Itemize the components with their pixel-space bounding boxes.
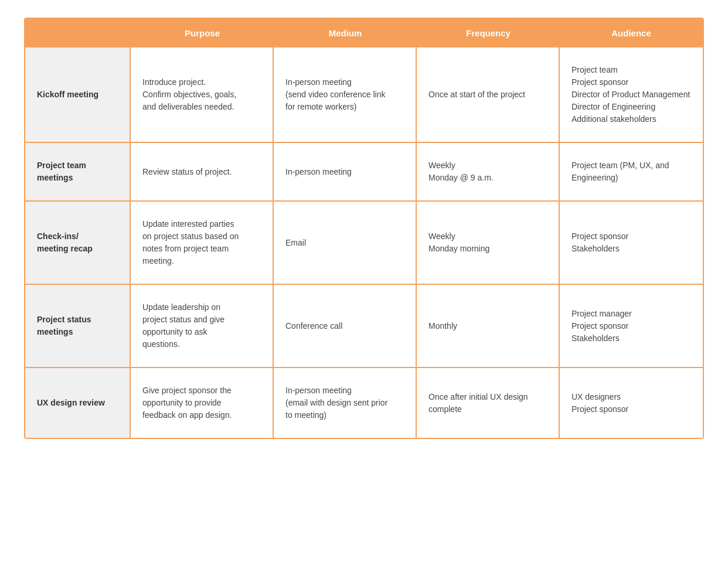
row-0-audience: Project team Project sponsor Director of… <box>560 47 703 142</box>
row-4-purpose: Give project sponsor the opportunity to … <box>131 368 274 438</box>
row-2-purpose: Update interested parties on project sta… <box>131 202 274 284</box>
row-4-audience: UX designers Project sponsor <box>560 368 703 438</box>
table-header: Purpose Medium Frequency Audience <box>25 19 703 47</box>
row-3-audience: Project manager Project sponsor Stakehol… <box>560 285 703 367</box>
table-row: UX design reviewGive project sponsor the… <box>25 368 703 438</box>
row-2-audience: Project sponsor Stakeholders <box>560 202 703 284</box>
header-medium: Medium <box>274 19 417 47</box>
table-row: Kickoff meetingIntroduce project. Confir… <box>25 47 703 143</box>
table-row: Check-ins/ meeting recapUpdate intereste… <box>25 202 703 285</box>
row-3-name: Project status meetings <box>25 285 131 367</box>
row-1-name: Project team meetings <box>25 143 131 200</box>
row-3-purpose: Update leadership on project status and … <box>131 285 274 367</box>
header-purpose: Purpose <box>131 19 274 47</box>
row-1-audience: Project team (PM, UX, and Engineering) <box>560 143 703 200</box>
header-frequency: Frequency <box>417 19 560 47</box>
header-audience: Audience <box>560 19 703 47</box>
table-body: Kickoff meetingIntroduce project. Confir… <box>25 47 703 438</box>
row-2-name: Check-ins/ meeting recap <box>25 202 131 284</box>
row-0-medium: In-person meeting (send video conference… <box>274 47 417 142</box>
row-3-medium: Conference call <box>274 285 417 367</box>
row-4-medium: In-person meeting (email with design sen… <box>274 368 417 438</box>
row-1-medium: In-person meeting <box>274 143 417 200</box>
row-0-purpose: Introduce project. Confirm objectives, g… <box>131 47 274 142</box>
row-1-frequency: Weekly Monday @ 9 a.m. <box>417 143 560 200</box>
row-1-purpose: Review status of project. <box>131 143 274 200</box>
row-2-medium: Email <box>274 202 417 284</box>
row-4-frequency: Once after initial UX design complete <box>417 368 560 438</box>
row-2-frequency: Weekly Monday morning <box>417 202 560 284</box>
row-0-frequency: Once at start of the project <box>417 47 560 142</box>
communication-plan-table: Purpose Medium Frequency Audience Kickof… <box>24 18 704 439</box>
header-col0 <box>25 19 131 47</box>
table-row: Project team meetingsReview status of pr… <box>25 143 703 202</box>
row-3-frequency: Monthly <box>417 285 560 367</box>
table-row: Project status meetingsUpdate leadership… <box>25 285 703 368</box>
row-0-name: Kickoff meeting <box>25 47 131 142</box>
row-4-name: UX design review <box>25 368 131 438</box>
